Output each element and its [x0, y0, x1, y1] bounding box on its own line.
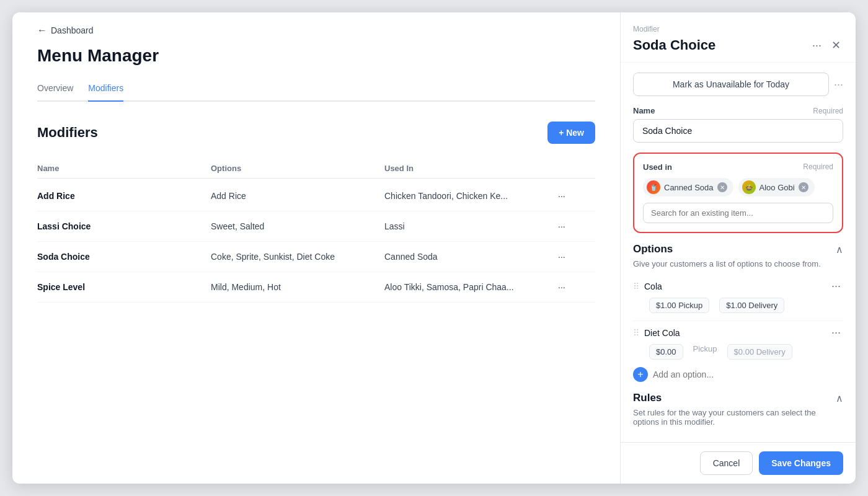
row-more[interactable]: ···	[558, 191, 595, 201]
used-in-label: Used in	[643, 162, 672, 172]
rules-heading: Rules	[633, 392, 662, 404]
dots-icon: ···	[812, 39, 822, 52]
more-options-button[interactable]: ···	[810, 37, 824, 55]
tag-avatar-canned-soda: 🥤	[647, 180, 660, 194]
row-more[interactable]: ···	[558, 252, 595, 262]
panel-footer: Cancel Save Changes	[621, 442, 856, 484]
row-options: Add Rice	[211, 191, 384, 201]
table-row[interactable]: Soda Choice Coke, Sprite, Sunkist, Diet …	[37, 242, 595, 272]
name-field-label: Name	[633, 106, 655, 115]
options-section: Options ∧ Give your customers a list of …	[633, 243, 843, 382]
new-modifier-button[interactable]: + New	[547, 122, 595, 144]
dots-icon: ···	[834, 78, 843, 91]
add-option-input[interactable]	[653, 370, 843, 379]
option-item-diet-cola: ⠿ Diet Cola ··· $0.00 Pickup $0.00 Deliv…	[633, 324, 843, 360]
cola-delivery-price: $1.00 Delivery	[719, 298, 784, 313]
remove-tag-aloo-gobi-button[interactable]: ✕	[799, 182, 808, 192]
add-option-row: +	[633, 367, 843, 382]
row-name: Spice Level	[37, 282, 211, 292]
header-actions	[558, 164, 595, 173]
option-cola-prices: $1.00 Pickup $1.00 Delivery	[649, 298, 843, 313]
row-used-in: Chicken Tandoori, Chicken Ke...	[384, 191, 558, 201]
table-header: Name Options Used In	[37, 159, 595, 179]
tag-label-aloo-gobi: Aloo Gobi	[760, 183, 795, 192]
panel-type-label: Modifier	[633, 25, 843, 33]
drag-handle-icon[interactable]: ⠿	[633, 328, 639, 338]
breadcrumb: ← Dashboard	[37, 25, 595, 36]
option-diet-cola-prices: $0.00 Pickup $0.00 Delivery	[649, 344, 843, 360]
options-collapse-icon[interactable]: ∧	[836, 244, 843, 255]
unavailable-more-button[interactable]: ···	[834, 78, 843, 91]
name-field-group: Name Required	[633, 106, 843, 143]
tag-aloo-gobi: 🍲 Aloo Gobi ✕	[738, 178, 815, 197]
row-name: Soda Choice	[37, 252, 211, 262]
panel-header: Modifier Soda Choice ··· ✕	[621, 12, 856, 63]
modifier-detail-panel: Modifier Soda Choice ··· ✕ Mark as Unava…	[620, 12, 856, 484]
row-name: Lassi Choice	[37, 221, 211, 231]
used-in-section: Used in Required 🥤 Canned Soda ✕ 🍲 Aloo …	[633, 153, 843, 233]
close-icon: ✕	[831, 38, 841, 52]
modifiers-section: Modifiers + New Name Options Used In Add…	[12, 102, 620, 484]
row-used-in: Lassi	[384, 221, 558, 231]
panel-body: Mark as Unavailable for Today ··· Name R…	[621, 63, 856, 442]
option-item-cola: ⠿ Cola ··· $1.00 Pickup $1.00 Delivery	[633, 277, 843, 313]
section-title: Modifiers	[37, 125, 98, 141]
modifiers-table: Name Options Used In Add Rice Add Rice C…	[37, 159, 595, 303]
row-options: Mild, Medium, Hot	[211, 282, 384, 292]
used-in-required: Required	[803, 162, 833, 172]
unavailable-row: Mark as Unavailable for Today ···	[633, 63, 843, 106]
tag-avatar-aloo-gobi: 🍲	[742, 180, 756, 194]
row-name: Add Rice	[37, 191, 211, 201]
close-panel-button[interactable]: ✕	[829, 36, 843, 55]
table-row[interactable]: Add Rice Add Rice Chicken Tandoori, Chic…	[37, 181, 595, 211]
save-changes-button[interactable]: Save Changes	[759, 451, 843, 475]
cancel-button[interactable]: Cancel	[700, 451, 753, 475]
drag-handle-icon[interactable]: ⠿	[633, 281, 639, 291]
row-options: Coke, Sprite, Sunkist, Diet Coke	[211, 252, 384, 262]
add-option-icon[interactable]: +	[633, 367, 648, 382]
name-field-input[interactable]	[633, 119, 843, 143]
tab-overview[interactable]: Overview	[37, 78, 73, 102]
page-title: Menu Manager	[37, 46, 595, 66]
table-row[interactable]: Spice Level Mild, Medium, Hot Aloo Tikki…	[37, 272, 595, 303]
tag-label-canned-soda: Canned Soda	[664, 183, 714, 192]
option-cola-more-button[interactable]: ···	[829, 277, 843, 295]
row-more[interactable]: ···	[558, 221, 595, 231]
used-in-tags: 🥤 Canned Soda ✕ 🍲 Aloo Gobi ✕	[643, 178, 833, 197]
plus-icon: +	[637, 369, 643, 380]
option-diet-cola-more-button[interactable]: ···	[829, 324, 843, 342]
options-heading: Options	[633, 243, 673, 255]
header-used-in: Used In	[384, 164, 558, 173]
row-options: Sweet, Salted	[211, 221, 384, 231]
back-arrow-icon[interactable]: ←	[37, 25, 47, 36]
header-options: Options	[211, 164, 384, 173]
panel-header-actions: ··· ✕	[810, 36, 843, 55]
option-name-diet-cola: Diet Cola	[644, 328, 680, 338]
diet-cola-pickup-label: Pickup	[693, 344, 717, 360]
dashboard-link[interactable]: Dashboard	[51, 25, 94, 35]
rules-section: Rules ∧ Set rules for the way your custo…	[633, 392, 843, 427]
rules-description: Set rules for the way your customers can…	[633, 408, 843, 427]
tag-canned-soda: 🥤 Canned Soda ✕	[643, 178, 733, 197]
options-description: Give your customers a list of options to…	[633, 259, 843, 268]
row-more[interactable]: ···	[558, 282, 595, 292]
mark-unavailable-button[interactable]: Mark as Unavailable for Today	[633, 73, 829, 96]
remove-tag-canned-soda-button[interactable]: ✕	[717, 182, 727, 192]
row-used-in: Canned Soda	[384, 252, 558, 262]
option-name-cola: Cola	[644, 281, 662, 291]
search-existing-input[interactable]	[643, 203, 833, 223]
panel-title: Soda Choice	[633, 37, 715, 53]
header-name: Name	[37, 164, 211, 173]
name-field-required: Required	[813, 107, 843, 115]
cola-pickup-price: $1.00 Pickup	[649, 298, 709, 313]
tab-modifiers[interactable]: Modifiers	[88, 78, 123, 102]
diet-cola-pickup-price: $0.00	[649, 344, 683, 360]
table-row[interactable]: Lassi Choice Sweet, Salted Lassi ···	[37, 211, 595, 242]
row-used-in: Aloo Tikki, Samosa, Papri Chaa...	[384, 282, 558, 292]
diet-cola-delivery-price: $0.00 Delivery	[727, 344, 792, 360]
tabs: Overview Modifiers	[37, 78, 595, 102]
rules-collapse-icon[interactable]: ∧	[836, 392, 843, 404]
